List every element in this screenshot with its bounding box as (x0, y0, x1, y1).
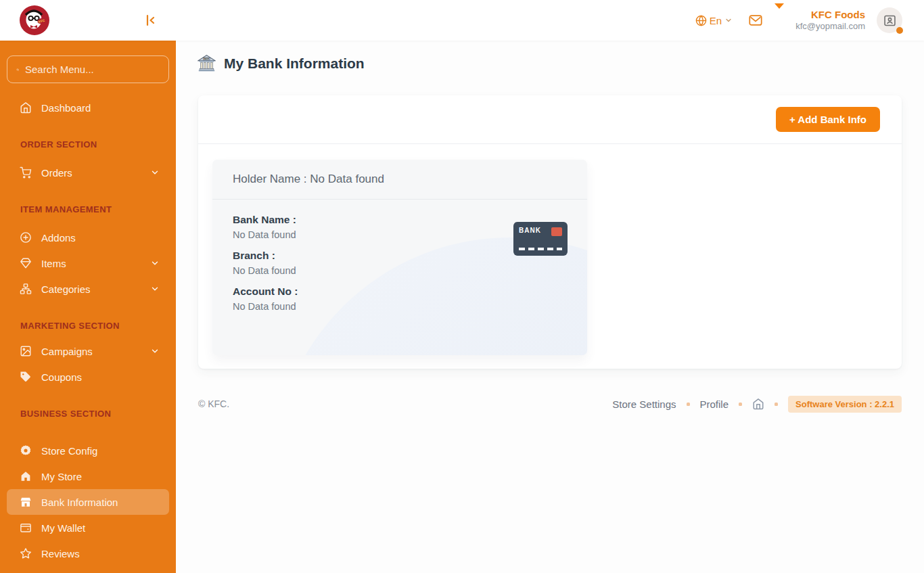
sidebar-item-label: Coupons (41, 371, 82, 383)
sidebar-item-label: Bank Information (41, 497, 118, 508)
sidebar-item-label: My Wallet (41, 522, 85, 534)
image-icon (20, 345, 32, 357)
tag-icon (20, 371, 32, 383)
search-input[interactable] (25, 64, 160, 75)
user-avatar[interactable] (877, 7, 902, 33)
page-title: My Bank Information (224, 55, 365, 72)
credit-card-graphic: BANK (513, 222, 568, 256)
wallet-icon (20, 522, 32, 534)
sitemap-icon (20, 283, 32, 295)
gem-icon (20, 257, 32, 269)
user-profile-info[interactable]: KFC Foods kfc@yopmail.com (795, 9, 865, 32)
separator-dot (739, 403, 742, 406)
sidebar-item-label: Items (41, 258, 66, 269)
account-no-label: Account No : (233, 285, 567, 298)
storefront-icon (20, 496, 32, 508)
branch-value: No Data found (233, 265, 567, 276)
search-icon (16, 64, 19, 75)
avatar-person-icon (883, 14, 897, 28)
copyright-text: © KFC. (198, 398, 229, 409)
plus-circle-icon (20, 231, 32, 244)
account-no-value: No Data found (233, 301, 567, 312)
svg-text:BANK: BANK (204, 58, 210, 60)
star-icon (20, 547, 32, 559)
sidebar-item-bank-information[interactable]: Bank Information (7, 489, 169, 515)
home-icon (20, 101, 32, 114)
sidebar-item-store-config[interactable]: Store Config (7, 438, 169, 463)
user-name: KFC Foods (795, 9, 865, 22)
credit-card-number-dashes (519, 248, 562, 250)
language-label: En (710, 15, 722, 26)
top-header-bar: KFC En (0, 0, 924, 41)
sidebar-item-reviews[interactable]: Reviews (7, 541, 169, 566)
sidebar-item-label: My Store (41, 471, 82, 482)
messages-button[interactable] (748, 13, 763, 28)
sidebar-section-business: BUSINESS SECTION (20, 408, 162, 420)
bank-info-panel: + Add Bank Info Holder Name : No Data fo… (198, 95, 902, 369)
bank-info-card: Holder Name : No Data found Bank Name : … (212, 160, 587, 355)
user-email: kfc@yopmail.com (795, 21, 865, 32)
chevron-down-icon (150, 346, 160, 356)
collapse-sidebar-icon (143, 12, 159, 28)
footer-home-link[interactable] (752, 398, 764, 410)
cart-icon (20, 166, 32, 179)
sidebar-item-addons[interactable]: Addons (7, 225, 169, 250)
chevron-down-icon (150, 258, 160, 268)
sidebar-item-dashboard[interactable]: Dashboard (7, 95, 169, 120)
software-version-badge: Software Version : 2.2.1 (788, 396, 902, 413)
sidebar-item-coupons[interactable]: Coupons (7, 364, 169, 390)
footer: © KFC. Store Settings Profile Software V… (198, 394, 902, 413)
separator-dot (775, 403, 778, 406)
add-bank-info-button[interactable]: + Add Bank Info (776, 107, 880, 132)
globe-icon (695, 15, 707, 26)
separator-dot (687, 403, 690, 406)
sidebar-item-label: Dashboard (41, 102, 91, 114)
language-selector[interactable]: En (695, 15, 733, 26)
sidebar-item-label: Addons (41, 232, 76, 244)
caret-down-icon (775, 3, 784, 19)
sidebar-item-label: Campaigns (41, 346, 93, 357)
sidebar-item-items[interactable]: Items (7, 250, 169, 276)
sidebar-item-my-wallet[interactable]: My Wallet (7, 515, 169, 541)
sidebar-item-label: Categories (41, 283, 91, 295)
sidebar-item-label: Store Config (41, 445, 97, 457)
footer-link-store-settings[interactable]: Store Settings (612, 398, 676, 410)
online-status-dot (896, 27, 903, 34)
profile-dropdown-caret[interactable] (775, 9, 784, 19)
credit-card-chip (551, 227, 562, 236)
sidebar-section-order: ORDER SECTION (20, 139, 162, 151)
sidebar-section-marketing: MARKETING SECTION (20, 320, 162, 332)
sidebar-search (7, 55, 169, 83)
sidebar-item-campaigns[interactable]: Campaigns (7, 338, 169, 364)
sidebar-item-my-store[interactable]: My Store (7, 463, 169, 489)
sidebar-item-orders[interactable]: Orders (7, 160, 169, 185)
bank-building-icon: BANK (198, 54, 216, 72)
sidebar-item-label: Orders (41, 167, 72, 179)
home-solid-icon (20, 470, 32, 482)
sidebar-collapse-button[interactable] (141, 11, 161, 30)
chevron-down-icon (150, 168, 160, 177)
chevron-down-icon (724, 16, 733, 24)
gear-icon (20, 444, 32, 457)
footer-link-profile[interactable]: Profile (700, 398, 729, 410)
main-content: BANK My Bank Information + Add Bank Info… (176, 41, 924, 573)
chevron-down-icon (150, 284, 160, 294)
kfc-logo-icon: KFC (19, 5, 50, 36)
sidebar: Dashboard ORDER SECTION Orders ITEM MANA… (0, 41, 176, 573)
sidebar-item-label: Reviews (41, 548, 80, 559)
kfc-logo[interactable]: KFC (19, 5, 50, 36)
mail-icon (748, 13, 763, 28)
sidebar-item-categories[interactable]: Categories (7, 276, 169, 302)
sidebar-section-item-management: ITEM MANAGEMENT (20, 204, 162, 216)
holder-name-header: Holder Name : No Data found (212, 160, 587, 200)
home-icon (752, 398, 764, 410)
